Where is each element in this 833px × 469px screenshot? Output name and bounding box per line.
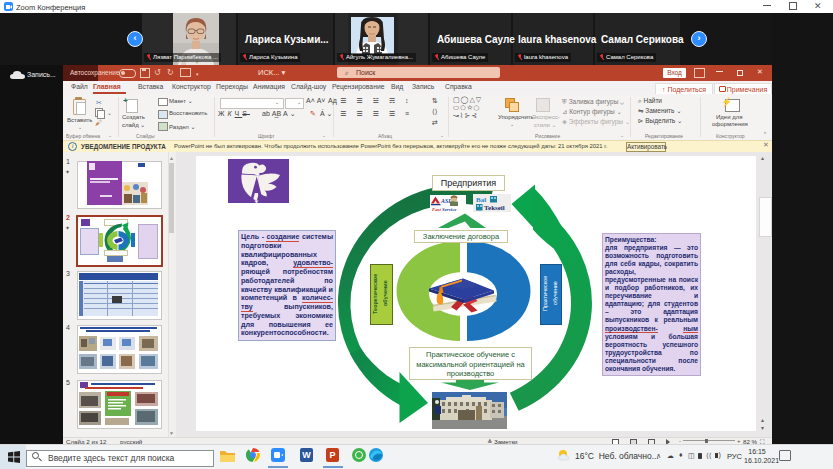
svg-text:Tekseil: Tekseil	[484, 204, 505, 212]
svg-text:Fast Service: Fast Service	[432, 207, 457, 212]
